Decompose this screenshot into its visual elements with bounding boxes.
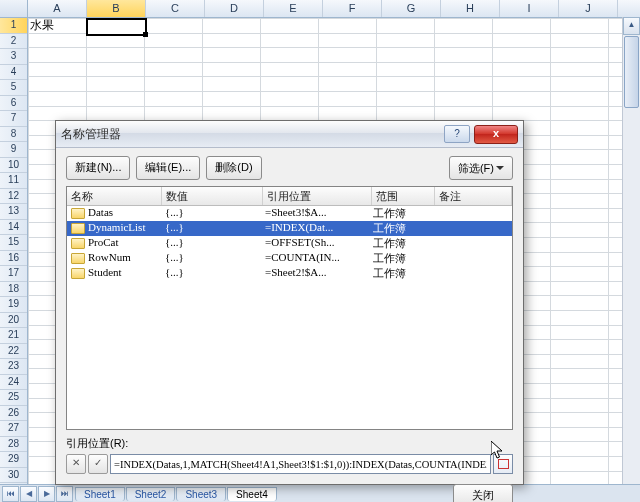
col-header-I[interactable]: I — [500, 0, 559, 17]
name-icon — [71, 268, 85, 279]
row-header-21[interactable]: 21 — [0, 328, 27, 344]
row-header-28[interactable]: 28 — [0, 437, 27, 453]
list-item[interactable]: Student{...}=Sheet2!$A...工作簿 — [67, 266, 512, 281]
col-header-D[interactable]: D — [205, 0, 264, 17]
vertical-scrollbar[interactable]: ▲ — [622, 17, 640, 485]
col-header-A[interactable]: A — [28, 0, 87, 17]
cancel-ref-button[interactable]: ✕ — [66, 454, 86, 474]
refers-to-section: 引用位置(R): ✕ ✓ — [66, 436, 513, 474]
header-note[interactable]: 备注 — [435, 187, 512, 205]
excel-window: ABCDEFGHIJ 12345678910111213141516171819… — [0, 0, 640, 502]
row-header-4[interactable]: 4 — [0, 65, 27, 81]
tab-prev-icon[interactable]: ◀ — [20, 486, 37, 502]
list-item[interactable]: DynamicList{...}=INDEX(Dat...工作簿 — [67, 221, 512, 236]
header-value[interactable]: 数值 — [162, 187, 263, 205]
row-header-20[interactable]: 20 — [0, 313, 27, 329]
row-header-23[interactable]: 23 — [0, 359, 27, 375]
edit-button[interactable]: 编辑(E)... — [136, 156, 200, 180]
range-picker-icon — [498, 459, 509, 469]
scroll-up-button[interactable]: ▲ — [623, 17, 640, 35]
range-picker-button[interactable] — [493, 454, 513, 474]
row-header-3[interactable]: 3 — [0, 49, 27, 65]
row-header-22[interactable]: 22 — [0, 344, 27, 360]
row-header-19[interactable]: 19 — [0, 297, 27, 313]
scroll-thumb[interactable] — [624, 36, 639, 108]
row-header-18[interactable]: 18 — [0, 282, 27, 298]
delete-button[interactable]: 删除(D) — [206, 156, 261, 180]
row-header-25[interactable]: 25 — [0, 390, 27, 406]
list-item[interactable]: ProCat{...}=OFFSET(Sh...工作簿 — [67, 236, 512, 251]
header-ref[interactable]: 引用位置 — [263, 187, 372, 205]
row-header-7[interactable]: 7 — [0, 111, 27, 127]
dialog-toolbar: 新建(N)... 编辑(E)... 删除(D) 筛选(F) — [66, 156, 513, 180]
row-header-14[interactable]: 14 — [0, 220, 27, 236]
name-icon — [71, 223, 85, 234]
row-header-16[interactable]: 16 — [0, 251, 27, 267]
row-header-13[interactable]: 13 — [0, 204, 27, 220]
header-name[interactable]: 名称 — [67, 187, 162, 205]
cell-a1[interactable]: 水果 — [30, 18, 54, 33]
dialog-titlebar[interactable]: 名称管理器 ? x — [56, 121, 523, 148]
active-cell-b1[interactable] — [86, 18, 147, 36]
row-header-24[interactable]: 24 — [0, 375, 27, 391]
refers-to-label: 引用位置(R): — [66, 436, 513, 451]
row-header-29[interactable]: 29 — [0, 452, 27, 468]
accept-ref-button[interactable]: ✓ — [88, 454, 108, 474]
filter-button[interactable]: 筛选(F) — [449, 156, 513, 180]
row-header-2[interactable]: 2 — [0, 34, 27, 50]
list-body: Datas{...}=Sheet3!$A...工作簿DynamicList{..… — [67, 206, 512, 281]
row-header-9[interactable]: 9 — [0, 142, 27, 158]
close-button[interactable]: 关闭 — [453, 484, 513, 502]
help-button[interactable]: ? — [444, 125, 470, 143]
col-header-J[interactable]: J — [559, 0, 618, 17]
col-header-B[interactable]: B — [87, 0, 146, 17]
name-icon — [71, 238, 85, 249]
row-header-15[interactable]: 15 — [0, 235, 27, 251]
refers-to-input[interactable] — [110, 454, 491, 474]
row-header-5[interactable]: 5 — [0, 80, 27, 96]
row-header-8[interactable]: 8 — [0, 127, 27, 143]
col-header-G[interactable]: G — [382, 0, 441, 17]
col-header-H[interactable]: H — [441, 0, 500, 17]
row-header-30[interactable]: 30 — [0, 468, 27, 484]
tab-next-icon[interactable]: ▶ — [38, 486, 55, 502]
header-scope[interactable]: 范围 — [372, 187, 435, 205]
row-header-6[interactable]: 6 — [0, 96, 27, 112]
new-button[interactable]: 新建(N)... — [66, 156, 130, 180]
col-header-C[interactable]: C — [146, 0, 205, 17]
row-header-10[interactable]: 10 — [0, 158, 27, 174]
names-list[interactable]: 名称 数值 引用位置 范围 备注 Datas{...}=Sheet3!$A...… — [66, 186, 513, 430]
name-manager-dialog: 名称管理器 ? x 新建(N)... 编辑(E)... 删除(D) 筛选(F) … — [55, 120, 524, 485]
row-header-11[interactable]: 11 — [0, 173, 27, 189]
row-header-12[interactable]: 12 — [0, 189, 27, 205]
row-header-26[interactable]: 26 — [0, 406, 27, 422]
close-x-button[interactable]: x — [474, 125, 518, 144]
row-header-1[interactable]: 1 — [0, 18, 27, 34]
name-icon — [71, 208, 85, 219]
col-header-F[interactable]: F — [323, 0, 382, 17]
list-item[interactable]: Datas{...}=Sheet3!$A...工作簿 — [67, 206, 512, 221]
col-header-E[interactable]: E — [264, 0, 323, 17]
tab-first-icon[interactable]: ⏮ — [2, 486, 19, 502]
list-header[interactable]: 名称 数值 引用位置 范围 备注 — [67, 187, 512, 206]
list-item[interactable]: RowNum{...}=COUNTA(IN...工作簿 — [67, 251, 512, 266]
dialog-title: 名称管理器 — [61, 126, 444, 143]
row-header-27[interactable]: 27 — [0, 421, 27, 437]
row-header-17[interactable]: 17 — [0, 266, 27, 282]
column-headers: ABCDEFGHIJ — [0, 0, 640, 18]
row-headers: 1234567891011121314151617181920212223242… — [0, 18, 28, 486]
select-all-corner[interactable] — [0, 0, 28, 17]
name-icon — [71, 253, 85, 264]
